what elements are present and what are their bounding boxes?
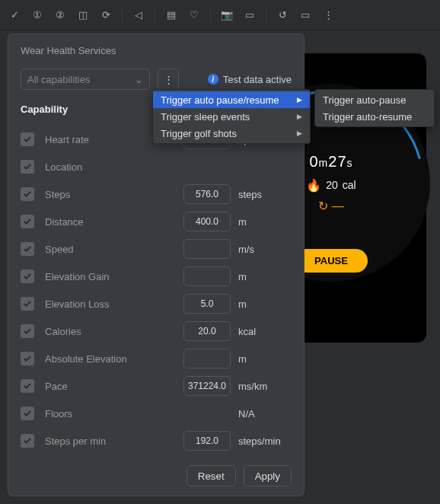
submenu-arrow-icon: ▶ bbox=[297, 96, 302, 104]
capability-unit: m bbox=[238, 298, 292, 310]
capability-value-input[interactable] bbox=[183, 239, 231, 259]
capability-unit: m bbox=[238, 353, 292, 365]
status-text: Test data active bbox=[223, 74, 292, 85]
submenu-arrow-icon: ▶ bbox=[297, 129, 302, 137]
capability-value-input[interactable] bbox=[183, 184, 231, 204]
capability-value-input[interactable] bbox=[183, 321, 231, 341]
capability-label: Elevation Gain bbox=[45, 271, 183, 282]
capability-label: Distance bbox=[45, 216, 183, 228]
capability-checkbox[interactable] bbox=[21, 434, 34, 448]
reset-button[interactable]: Reset bbox=[187, 465, 236, 486]
history-icon[interactable]: ↺ bbox=[276, 8, 289, 22]
capability-row: Steps steps bbox=[21, 180, 292, 208]
toolbar: ✓ ① ② ◫ ⟳ ◁ ▤ ♡ 📷 ▭ ↺ ▭ ⋮ bbox=[0, 0, 440, 30]
clock-2-icon[interactable]: ② bbox=[53, 8, 67, 22]
heart-icon[interactable]: ♡ bbox=[187, 8, 201, 22]
capability-label: Pace bbox=[45, 381, 183, 392]
panel-top-row: All capabilities ⌄ ⋮ i Test data active bbox=[21, 69, 292, 90]
panel-title: Wear Health Services bbox=[21, 45, 292, 56]
capability-value-input[interactable] bbox=[183, 431, 231, 451]
separator bbox=[210, 8, 211, 23]
capability-row: Distance m bbox=[21, 208, 292, 235]
trigger-menu[interactable]: Trigger auto pause/resume▶Trigger sleep … bbox=[152, 89, 311, 144]
watch-pause-button[interactable]: PAUSE bbox=[295, 249, 368, 273]
status-line: i Test data active bbox=[208, 74, 292, 85]
menu-item[interactable]: Trigger auto pause/resume▶ bbox=[153, 91, 310, 108]
separator bbox=[266, 8, 266, 23]
capability-checkbox[interactable] bbox=[21, 215, 34, 228]
capability-label: Calories bbox=[45, 326, 183, 337]
cube-icon[interactable]: ◫ bbox=[76, 8, 90, 22]
menu-item[interactable]: Trigger golf shots▶ bbox=[153, 125, 310, 142]
capability-value-input[interactable] bbox=[183, 212, 231, 231]
capability-label: Steps bbox=[45, 189, 183, 200]
more-actions-button[interactable]: ⋮ bbox=[158, 69, 179, 90]
menu-item-label: Trigger auto pause/resume bbox=[161, 94, 279, 106]
capability-checkbox[interactable] bbox=[21, 242, 34, 256]
capability-label: Speed bbox=[45, 244, 183, 255]
capability-label: Floors bbox=[45, 408, 183, 419]
chevron-down-icon: ⌄ bbox=[135, 74, 143, 85]
refresh-icon[interactable]: ⟳ bbox=[99, 8, 113, 22]
capability-unit: kcal bbox=[238, 326, 292, 337]
capability-unit: m bbox=[238, 271, 292, 282]
submenu-arrow-icon: ▶ bbox=[297, 113, 302, 120]
capability-checkbox[interactable] bbox=[21, 132, 34, 146]
capability-checkbox[interactable] bbox=[21, 187, 34, 201]
clock-1-icon[interactable]: ① bbox=[30, 8, 44, 22]
camera-icon[interactable]: 📷 bbox=[220, 8, 234, 22]
capability-value-input[interactable] bbox=[183, 294, 231, 314]
menu-item[interactable]: Trigger sleep events▶ bbox=[153, 108, 310, 125]
capability-row: Floors N/A bbox=[21, 400, 292, 427]
capability-unit: m/s bbox=[238, 244, 292, 255]
trigger-submenu[interactable]: Trigger auto-pauseTrigger auto-resume bbox=[314, 89, 435, 127]
capability-checkbox[interactable] bbox=[21, 407, 34, 420]
capability-row: Speed m/s bbox=[21, 235, 292, 263]
video-icon[interactable]: ▭ bbox=[243, 8, 257, 22]
capability-rows: Heart rate bpm Location Steps steps Dist… bbox=[21, 126, 292, 455]
capability-checkbox[interactable] bbox=[21, 160, 34, 174]
capability-row: Calories kcal bbox=[21, 317, 292, 345]
check-icon: ✓ bbox=[8, 8, 21, 22]
capability-value-input[interactable] bbox=[183, 376, 231, 396]
capability-unit: N/A bbox=[238, 408, 292, 419]
separator bbox=[155, 8, 155, 23]
more-vert-icon[interactable]: ⋮ bbox=[321, 8, 335, 22]
capability-checkbox[interactable] bbox=[21, 297, 34, 311]
capability-checkbox[interactable] bbox=[21, 324, 34, 338]
menu-item[interactable]: Trigger auto-pause bbox=[315, 91, 434, 108]
capability-unit: steps bbox=[238, 189, 292, 200]
layers-icon[interactable]: ▤ bbox=[164, 8, 178, 22]
separator bbox=[122, 8, 123, 23]
menu-item-label: Trigger auto-resume bbox=[323, 111, 412, 123]
capabilities-dropdown[interactable]: All capabilities ⌄ bbox=[21, 69, 150, 90]
play-left-icon[interactable]: ◁ bbox=[132, 8, 145, 22]
apply-button[interactable]: Apply bbox=[244, 465, 292, 486]
info-icon: i bbox=[208, 74, 218, 85]
capability-value-input[interactable] bbox=[183, 349, 231, 368]
capability-checkbox[interactable] bbox=[21, 379, 34, 393]
menu-item-label: Trigger golf shots bbox=[161, 128, 237, 139]
capability-row: Location bbox=[21, 153, 292, 180]
capability-checkbox[interactable] bbox=[21, 352, 34, 365]
menu-item-label: Trigger sleep events bbox=[161, 111, 250, 123]
capability-unit: m bbox=[238, 216, 292, 228]
capability-unit: steps/min bbox=[238, 435, 292, 447]
capability-value-input[interactable] bbox=[183, 266, 231, 286]
capability-checkbox[interactable] bbox=[21, 270, 34, 283]
capability-row: Elevation Gain m bbox=[21, 263, 292, 290]
more-vert-icon: ⋮ bbox=[164, 74, 174, 85]
capability-row: Elevation Loss m bbox=[21, 290, 292, 317]
capability-label: Steps per min bbox=[45, 435, 183, 447]
capability-row: Pace ms/km bbox=[21, 372, 292, 400]
capability-row: Steps per min steps/min bbox=[21, 427, 292, 455]
capability-label: Location bbox=[45, 161, 183, 173]
combo-label: All capabilities bbox=[27, 74, 90, 85]
capability-label: Absolute Elevation bbox=[45, 353, 183, 365]
menu-item[interactable]: Trigger auto-resume bbox=[315, 108, 434, 125]
menu-item-label: Trigger auto-pause bbox=[323, 94, 406, 106]
capability-unit: ms/km bbox=[238, 381, 292, 392]
capability-row: Absolute Elevation m bbox=[21, 345, 292, 372]
chat-icon[interactable]: ▭ bbox=[298, 8, 312, 22]
panel-buttons: Reset Apply bbox=[21, 465, 292, 486]
